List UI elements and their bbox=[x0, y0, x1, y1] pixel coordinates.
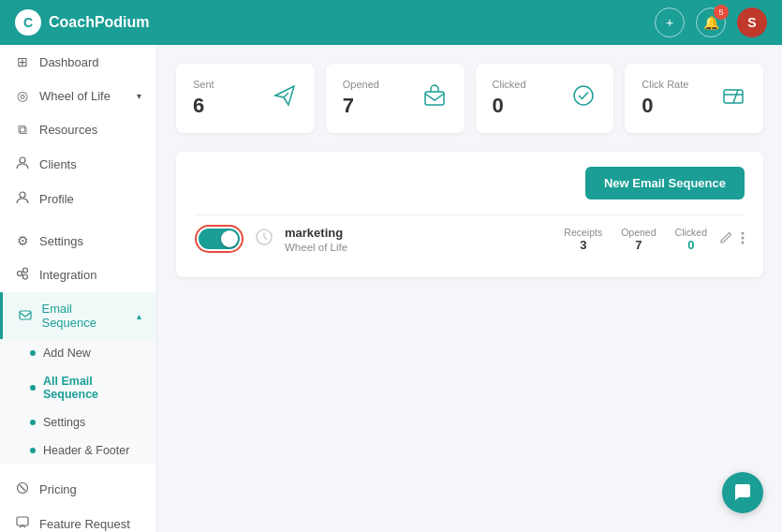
svg-line-16 bbox=[284, 93, 288, 97]
sidebar-label-resources: Resources bbox=[39, 123, 97, 137]
svg-point-2 bbox=[18, 272, 22, 276]
stats-row: Sent 6 Opened 7 Clicked bbox=[176, 64, 763, 133]
email-sequence-section: New Email Sequence marketing Wheel of Li… bbox=[176, 152, 763, 277]
svg-line-6 bbox=[22, 274, 23, 276]
sidebar-label-pricing: Pricing bbox=[39, 482, 77, 496]
svg-line-20 bbox=[733, 90, 738, 103]
dashboard-icon: ⊞ bbox=[15, 54, 30, 69]
settings-icon: ⚙ bbox=[15, 233, 30, 248]
stat-value-opened: 7 bbox=[343, 94, 379, 118]
clicked-icon bbox=[570, 82, 597, 114]
dot-icon-settings bbox=[30, 420, 36, 425]
svg-point-3 bbox=[23, 268, 28, 273]
sequence-edit-button[interactable] bbox=[718, 230, 733, 248]
opened-value: 7 bbox=[621, 238, 656, 252]
add-button[interactable]: + bbox=[655, 7, 685, 37]
sub-label-add-new: Add New bbox=[43, 347, 91, 360]
pricing-icon bbox=[15, 481, 30, 497]
seq-header: New Email Sequence bbox=[195, 167, 745, 200]
seq-stat-receipts: Receipts 3 bbox=[564, 227, 602, 252]
sidebar-item-wheel-of-life[interactable]: ◎ Wheel of Life ▾ bbox=[0, 79, 156, 112]
sidebar-item-email-sequence[interactable]: Email Sequence ▴ bbox=[0, 292, 156, 339]
integration-icon bbox=[15, 267, 30, 283]
receipts-label: Receipts bbox=[564, 227, 602, 238]
click-rate-icon bbox=[720, 82, 746, 114]
svg-rect-17 bbox=[425, 92, 444, 105]
sidebar-sub-all-email-sequence[interactable]: All Email Sequence bbox=[0, 367, 156, 408]
seq-stat-opened: Opened 7 bbox=[621, 227, 656, 252]
svg-point-4 bbox=[23, 274, 28, 279]
stat-card-click-rate: Click Rate 0 bbox=[625, 64, 763, 133]
dot-icon-active bbox=[30, 385, 36, 391]
top-navigation: C CoachPodium + 🔔 5 S bbox=[0, 0, 782, 45]
stat-left-clicked: Clicked 0 bbox=[493, 79, 526, 118]
chat-button[interactable] bbox=[722, 472, 763, 513]
sequence-more-button[interactable] bbox=[741, 230, 745, 248]
sequence-actions bbox=[718, 230, 745, 248]
stat-label-clicked: Clicked bbox=[493, 79, 526, 90]
opened-label: Opened bbox=[621, 227, 656, 238]
stat-card-clicked: Clicked 0 bbox=[476, 64, 614, 133]
email-sequence-submenu: Add New All Email Sequence Settings Head… bbox=[0, 339, 156, 465]
stat-left-click-rate: Click Rate 0 bbox=[642, 79, 688, 118]
sequence-name: marketing bbox=[285, 226, 553, 240]
sequence-toggle[interactable] bbox=[199, 229, 240, 249]
clicked-label: Clicked bbox=[675, 227, 707, 238]
sidebar-label-clients: Clients bbox=[39, 157, 77, 171]
profile-icon bbox=[15, 191, 30, 207]
svg-line-9 bbox=[20, 485, 25, 491]
sidebar-item-dashboard[interactable]: ⊞ Dashboard bbox=[0, 45, 156, 79]
svg-point-22 bbox=[742, 231, 745, 234]
svg-point-1 bbox=[20, 192, 25, 198]
sequence-stats: Receipts 3 Opened 7 Clicked 0 bbox=[564, 227, 707, 252]
svg-line-5 bbox=[22, 272, 23, 273]
sidebar-item-feature-request[interactable]: Feature Request bbox=[0, 507, 156, 532]
sidebar-item-clients[interactable]: Clients bbox=[0, 147, 156, 182]
sidebar-item-resources[interactable]: ⧉ Resources bbox=[0, 112, 156, 147]
main-layout: ⊞ Dashboard ◎ Wheel of Life ▾ ⧉ Resource… bbox=[0, 45, 782, 532]
stat-card-sent: Sent 6 bbox=[176, 64, 315, 133]
new-email-sequence-button[interactable]: New Email Sequence bbox=[585, 167, 745, 200]
sidebar-sub-settings[interactable]: Settings bbox=[0, 408, 156, 436]
toggle-wrapper bbox=[195, 225, 243, 253]
stat-label-opened: Opened bbox=[343, 79, 379, 90]
chevron-up-icon: ▴ bbox=[137, 311, 141, 321]
user-avatar[interactable]: S bbox=[737, 7, 767, 37]
sidebar-item-integration[interactable]: Integration bbox=[0, 258, 156, 292]
sidebar: ⊞ Dashboard ◎ Wheel of Life ▾ ⧉ Resource… bbox=[0, 45, 157, 532]
sidebar-label-integration: Integration bbox=[39, 268, 96, 282]
clicked-value: 0 bbox=[675, 238, 707, 252]
sidebar-label-profile: Profile bbox=[39, 192, 74, 206]
seq-stat-clicked: Clicked 0 bbox=[675, 227, 707, 252]
chevron-down-icon: ▾ bbox=[137, 91, 141, 101]
notification-badge: 5 bbox=[714, 5, 729, 20]
stat-value-click-rate: 0 bbox=[642, 94, 688, 118]
stat-value-clicked: 0 bbox=[493, 94, 526, 118]
sidebar-item-profile[interactable]: Profile bbox=[0, 182, 156, 216]
svg-point-24 bbox=[742, 241, 745, 244]
svg-point-23 bbox=[742, 236, 745, 239]
dot-icon-header bbox=[30, 448, 36, 453]
svg-rect-10 bbox=[17, 517, 28, 525]
notifications-button[interactable]: 🔔 5 bbox=[696, 7, 726, 37]
sidebar-sub-header-footer[interactable]: Header & Footer bbox=[0, 436, 156, 465]
sidebar-label-wheel: Wheel of Life bbox=[39, 89, 111, 103]
main-content: Sent 6 Opened 7 Clicked bbox=[157, 45, 782, 532]
sub-label-header-footer: Header & Footer bbox=[43, 444, 129, 457]
svg-rect-7 bbox=[20, 311, 31, 319]
sidebar-sub-add-new[interactable]: Add New bbox=[0, 339, 156, 367]
sidebar-item-settings[interactable]: ⚙ Settings bbox=[0, 224, 156, 258]
receipts-value: 3 bbox=[564, 238, 602, 252]
sidebar-item-pricing[interactable]: Pricing bbox=[0, 472, 156, 507]
stat-left-sent: Sent 6 bbox=[193, 79, 214, 118]
sub-label-settings: Settings bbox=[43, 416, 85, 429]
sidebar-label-settings: Settings bbox=[39, 234, 83, 248]
stat-label-click-rate: Click Rate bbox=[642, 79, 688, 90]
logo-icon: C bbox=[15, 9, 41, 36]
opened-icon bbox=[421, 82, 448, 114]
svg-point-0 bbox=[20, 157, 25, 163]
resources-icon: ⧉ bbox=[15, 122, 30, 138]
brand-name: CoachPodium bbox=[49, 14, 150, 31]
clients-icon bbox=[15, 156, 30, 172]
brand-logo: C CoachPodium bbox=[15, 9, 150, 36]
